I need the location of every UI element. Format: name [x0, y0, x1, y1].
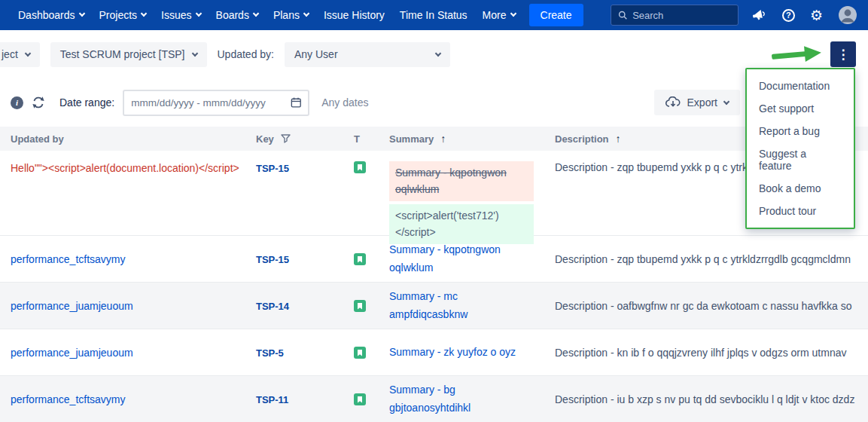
chevron-down-icon — [510, 11, 516, 17]
nav-issues[interactable]: Issues — [154, 5, 208, 26]
nav-dashboards[interactable]: Dashboards — [11, 5, 92, 26]
announcements-button[interactable] — [752, 8, 767, 22]
sort-ascending-icon[interactable]: ↑ — [440, 133, 446, 145]
story-type-icon — [354, 161, 366, 173]
story-type-icon — [354, 300, 366, 312]
refresh-icon — [32, 96, 45, 109]
sort-ascending-icon[interactable]: ↑ — [616, 133, 621, 145]
summary-removed-text: Summary - kqpotngwon oqlwklum — [389, 161, 534, 201]
nav-label: Plans — [273, 9, 300, 21]
updated-by-link[interactable]: performance_juamjeuoum — [11, 347, 133, 359]
story-type-icon — [354, 393, 366, 405]
table-header-row: Updated by Key T Summary ↑ Description ↑ — [0, 127, 868, 151]
toolbar: i Date range: Any dates Export — [0, 78, 868, 127]
updated-by-link[interactable]: Hello""><script>alert(document.location)… — [11, 162, 239, 174]
nav-issue-history[interactable]: Issue History — [316, 5, 392, 26]
nav-label: Issue History — [324, 9, 385, 21]
profile-button[interactable] — [838, 5, 857, 25]
summary-link[interactable]: Summary - kqpotngwon oqlwklum — [389, 241, 523, 277]
nav-time-in-status[interactable]: Time In Status — [392, 5, 475, 26]
menu-item-suggest-a-feature[interactable]: Suggest a feature — [747, 142, 854, 177]
project-selector-dropdown[interactable]: Test SCRUM project [TSP] — [50, 42, 207, 67]
menu-item-documentation[interactable]: Documentation — [747, 75, 854, 97]
updated-by-dropdown[interactable]: Any User — [285, 42, 450, 67]
chevron-down-icon — [303, 11, 309, 17]
export-label: Export — [687, 96, 717, 109]
description-text: Description - kn ib f o qqqjzvreny ilhf … — [544, 347, 868, 359]
refresh-button[interactable] — [32, 96, 45, 109]
summary-link[interactable]: Summary - mc ampfdiqcasbknw — [389, 288, 523, 324]
chevron-down-icon — [253, 11, 259, 17]
search-box — [611, 5, 739, 26]
updated-by-link[interactable]: performance_juamjeuoum — [11, 300, 133, 312]
chevron-down-icon — [191, 50, 197, 57]
issue-key-link[interactable]: TSP-5 — [256, 347, 284, 359]
header-summary[interactable]: Summary ↑ — [379, 133, 544, 145]
header-label: Updated by — [11, 133, 64, 145]
updated-by-link[interactable]: performance_tcftsavymy — [11, 393, 126, 405]
menu-item-get-support[interactable]: Get support — [747, 97, 854, 120]
avatar — [838, 5, 857, 25]
nav-projects[interactable]: Projects — [92, 5, 154, 26]
description-text: Description - zqp tbupemd yxkk p q c ytr… — [544, 253, 868, 265]
updated-by-filter-label: Updated by: — [218, 48, 275, 60]
primary-nav: Dashboards Projects Issues Boards Plans … — [11, 5, 523, 26]
annotation-arrow — [771, 42, 824, 67]
updated-by-link[interactable]: performance_tcftsavymy — [11, 253, 126, 265]
filter-icon[interactable] — [281, 134, 291, 143]
date-range-field — [123, 90, 309, 116]
header-label: T — [354, 133, 360, 145]
nav-boards[interactable]: Boards — [209, 5, 266, 26]
project-selector-value: Test SCRUM project [TSP] — [60, 48, 185, 60]
issue-key-link[interactable]: TSP-14 — [256, 301, 289, 312]
create-button[interactable]: Create — [529, 4, 583, 26]
kebab-area: ⋮ — [772, 41, 856, 67]
chevron-down-icon — [141, 11, 147, 17]
table-row: performance_tcftsavymy TSP-15 Summary - … — [0, 236, 868, 283]
summary-diff-cell: Summary - kqpotngwon oqlwklum <script>al… — [379, 161, 544, 244]
table-row: performance_juamjeuoum TSP-5 Summary - z… — [0, 329, 868, 376]
chevron-down-icon — [435, 50, 441, 57]
issue-key-link[interactable]: TSP-15 — [256, 163, 289, 174]
export-button[interactable]: Export — [654, 90, 740, 115]
nav-icon-cluster: ? ⚙ — [752, 5, 857, 25]
nav-label: Projects — [99, 9, 138, 21]
date-range-label: Date range: — [59, 96, 114, 109]
nav-label: Boards — [216, 9, 249, 21]
calendar-icon[interactable] — [291, 96, 302, 109]
summary-link[interactable]: Summary - bg gbjtoanosyhtdihkl — [389, 381, 523, 417]
issue-key-link[interactable]: TSP-15 — [256, 254, 289, 265]
nav-label: Dashboards — [18, 9, 75, 21]
help-button[interactable]: ? — [782, 9, 795, 22]
summary-link[interactable]: Summary - zk yuyfoz o oyz — [389, 344, 516, 362]
chevron-down-icon — [195, 11, 201, 17]
header-updated-by[interactable]: Updated by — [0, 133, 245, 145]
settings-button[interactable]: ⚙ — [810, 8, 823, 23]
header-label: Key — [256, 133, 274, 145]
date-range-input[interactable] — [131, 97, 285, 109]
chevron-down-icon — [25, 50, 31, 57]
header-label: Summary — [389, 133, 434, 145]
summary-added-text: <script>alert('test712') </script> — [389, 204, 534, 244]
nav-label: Issues — [161, 9, 191, 21]
nav-plans[interactable]: Plans — [266, 5, 316, 26]
table-row: performance_juamjeuoum TSP-14 Summary - … — [0, 283, 868, 329]
menu-item-report-a-bug[interactable]: Report a bug — [747, 120, 854, 142]
kebab-menu-button[interactable]: ⋮ — [830, 41, 856, 67]
info-icon[interactable]: i — [11, 96, 23, 109]
kebab-dropdown-menu: Documentation Get support Report a bug S… — [745, 68, 855, 229]
story-type-icon — [354, 347, 366, 359]
header-key[interactable]: Key — [245, 133, 343, 145]
updated-by-value: Any User — [294, 48, 338, 60]
issue-key-link[interactable]: TSP-11 — [256, 394, 288, 405]
nav-more[interactable]: More — [475, 5, 523, 26]
project-filter-dropdown[interactable]: ject — [0, 42, 40, 67]
header-type[interactable]: T — [343, 133, 379, 145]
nav-label: Time In Status — [400, 9, 468, 21]
search-input[interactable] — [632, 10, 731, 21]
menu-item-product-tour[interactable]: Product tour — [747, 200, 854, 222]
chevron-down-icon — [723, 99, 729, 105]
search-icon — [618, 10, 627, 20]
chevron-down-icon — [78, 11, 84, 17]
menu-item-book-a-demo[interactable]: Book a demo — [747, 177, 854, 200]
